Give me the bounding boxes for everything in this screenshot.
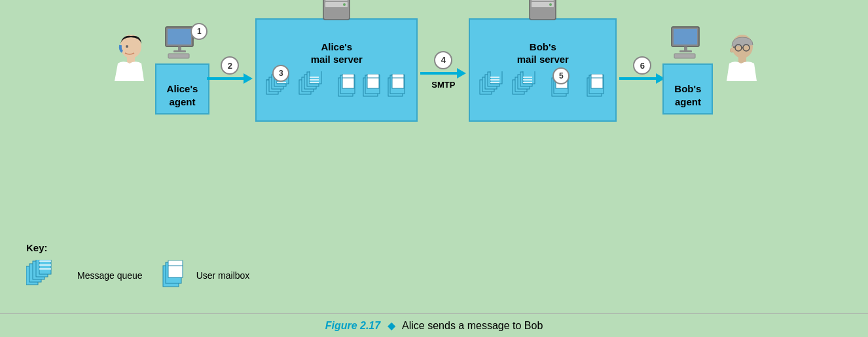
bob-mail-server: Bob's mail server xyxy=(469,18,617,122)
diagram-container: 1 Alice's agent xyxy=(0,0,868,337)
svg-rect-36 xyxy=(342,74,354,88)
svg-point-16 xyxy=(343,3,346,6)
bob-mailbox-icon-2 xyxy=(587,74,609,99)
alice-mailbox-icon-3 xyxy=(388,74,410,99)
bob-mail-server-label: Bob's mail server xyxy=(517,27,569,66)
arrow-2-wrapper: 2 xyxy=(207,56,253,84)
arrow-2-icon xyxy=(207,73,253,84)
arrow-4-wrapper: 4 SMTP xyxy=(420,51,466,90)
alice-silhouette xyxy=(108,32,151,100)
svg-rect-3 xyxy=(173,50,186,52)
step-1-circle: 1 xyxy=(190,23,208,40)
key-queue-icon xyxy=(26,260,71,291)
alice-server-icon xyxy=(321,0,352,24)
arrow-6-icon xyxy=(619,73,665,84)
bob-person: Bob's agent xyxy=(662,26,713,115)
bob-agent-box: Bob's agent xyxy=(662,63,713,115)
main-diagram-row: 1 Alice's agent xyxy=(20,18,848,122)
svg-marker-47 xyxy=(457,68,466,79)
svg-rect-85 xyxy=(674,54,695,58)
svg-rect-82 xyxy=(674,29,697,44)
svg-rect-40 xyxy=(367,74,379,88)
step-6-circle: 6 xyxy=(633,56,651,75)
svg-rect-102 xyxy=(168,260,183,277)
svg-rect-44 xyxy=(392,74,404,88)
key-mailbox-icon xyxy=(162,260,190,291)
alice-agent-label: Alice's agent xyxy=(167,83,198,107)
svg-rect-84 xyxy=(679,50,692,52)
step-5-circle: 5 xyxy=(552,67,570,84)
key-title: Key: xyxy=(26,242,249,253)
arrow-4-icon xyxy=(420,68,466,79)
step-2-circle: 2 xyxy=(221,56,239,75)
arrow-6-wrapper: 6 xyxy=(619,56,665,84)
key-section: Key: Message queue xyxy=(26,242,249,291)
svg-rect-2 xyxy=(178,46,181,51)
bob-message-queue-icon xyxy=(477,71,549,104)
step-3-circle: 3 xyxy=(272,65,289,82)
bob-computer-icon xyxy=(668,26,708,60)
svg-rect-77 xyxy=(591,74,603,88)
alice-mailbox-icon-1 xyxy=(338,74,360,99)
svg-point-54 xyxy=(549,3,552,6)
figure-diamond-icon: ◆ xyxy=(388,320,398,331)
alice-mail-server: Alice's mail server 3 xyxy=(255,18,418,122)
key-queue-label: Message queue xyxy=(77,270,143,281)
alice-mailbox-icon-2 xyxy=(363,74,385,99)
svg-rect-96 xyxy=(39,260,51,274)
key-items-row: Message queue User mailbox xyxy=(26,260,249,291)
svg-rect-83 xyxy=(684,46,687,51)
svg-rect-50 xyxy=(532,0,554,1)
key-mailbox-label: User mailbox xyxy=(196,270,250,281)
alice-agent-box: Alice's agent xyxy=(155,63,210,115)
svg-rect-12 xyxy=(325,0,348,1)
bob-silhouette xyxy=(721,32,764,100)
key-item-mailbox: User mailbox xyxy=(162,260,250,291)
key-item-queue: Message queue xyxy=(26,260,143,291)
alice-person: 1 Alice's agent xyxy=(155,26,210,115)
svg-marker-9 xyxy=(244,73,253,84)
alice-mail-server-label: Alice's mail server xyxy=(311,27,363,66)
figure-label: Figure 2.17 xyxy=(325,320,384,331)
smtp-label: SMTP xyxy=(431,80,455,90)
figure-caption: Figure 2.17 ◆ Alice sends a message to B… xyxy=(0,313,868,337)
figure-caption-text: Alice sends a message to Bob xyxy=(402,320,543,331)
bob-agent-label: Bob's agent xyxy=(674,83,701,107)
svg-rect-1 xyxy=(168,29,191,44)
svg-point-7 xyxy=(126,45,128,48)
bob-server-icon xyxy=(527,0,558,24)
step-4-circle: 4 xyxy=(434,51,452,69)
svg-rect-4 xyxy=(168,54,189,58)
